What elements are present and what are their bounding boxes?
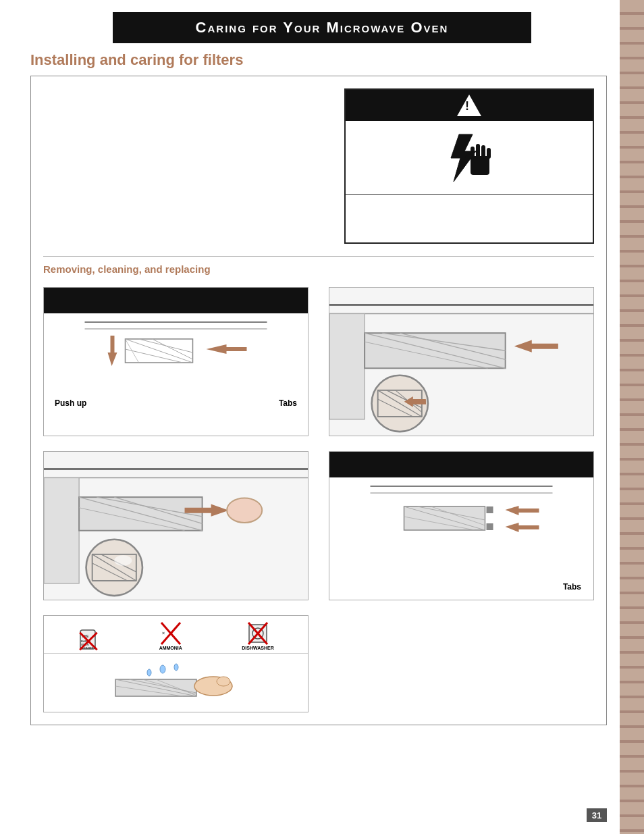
illus1-svg [49,319,302,393]
tabs-label: Tabs [279,398,297,408]
page-decoration [620,0,644,834]
svg-marker-15 [207,344,247,354]
warning-header [346,90,593,121]
illus1-body: Push up Tabs [44,313,308,436]
no-dishwasher-icon: DISHWASHER [242,623,273,650]
warning-icon-area [346,121,593,195]
illus4-body: Tabs [329,477,593,600]
illus4-svg [335,483,588,557]
warning-area [43,88,594,244]
illustration-5: LYE BASED OVEN CLEANER [43,615,308,712]
warning-hand-icon [439,128,500,188]
ammonia-label: AMMONIA [159,646,182,650]
illus1-top-bar [44,288,308,313]
svg-point-84 [174,664,178,671]
svg-marker-61 [506,523,539,532]
svg-marker-16 [108,336,117,366]
svg-rect-5 [487,148,491,159]
warning-triangle-icon [457,95,481,116]
illustration-3 [43,451,308,600]
no-ammonia-icon: × AMMONIA [159,623,182,650]
svg-marker-25 [514,340,558,353]
tabs-label-4: Tabs [563,582,581,592]
page-title: Caring for Your Microwave Oven [113,12,531,43]
svg-rect-19 [329,313,365,419]
cleaning-icons-row: LYE BASED OVEN CLEANER [44,616,308,654]
push-up-label: Push up [55,398,86,408]
illus4-tabs-label: Tabs [563,582,581,592]
illus4-top-bar [329,452,593,477]
svg-point-83 [147,669,151,676]
illustration-1: Push up Tabs [43,287,308,436]
svg-line-14 [126,339,139,363]
hand-cleaning-illustration [44,654,308,712]
warning-left-space [43,88,331,244]
illustration-2 [329,287,594,436]
warning-box [344,88,594,244]
svg-point-81 [217,677,230,686]
dishwasher-label: DISHWASHER [242,646,273,650]
page-header: Caring for Your Microwave Oven [0,0,644,43]
svg-point-43 [227,498,262,523]
illus1-labels: Push up Tabs [49,396,302,411]
svg-marker-60 [506,506,539,515]
svg-point-50 [114,555,132,566]
svg-rect-58 [487,506,493,513]
illus3-svg [44,452,308,600]
page-number: 31 [587,808,607,822]
subsection-title: Removing, cleaning, and replacing [43,256,594,275]
svg-rect-36 [44,478,79,583]
section-title: Installing and caring for filters [0,43,644,76]
svg-rect-59 [487,523,493,530]
illus2-svg [329,288,593,436]
illustrations-grid: Push up Tabs [43,287,594,712]
illustration-4: Tabs [329,451,594,600]
svg-rect-4 [481,145,485,159]
svg-rect-1 [471,156,489,175]
svg-text:×: × [162,631,165,635]
svg-line-13 [153,339,193,359]
main-content: Removing, cleaning, and replacing [30,76,607,725]
no-lye-icon: LYE BASED OVEN CLEANER [78,629,99,650]
svg-point-82 [160,665,165,673]
warning-text [346,195,593,242]
svg-rect-3 [476,144,480,159]
